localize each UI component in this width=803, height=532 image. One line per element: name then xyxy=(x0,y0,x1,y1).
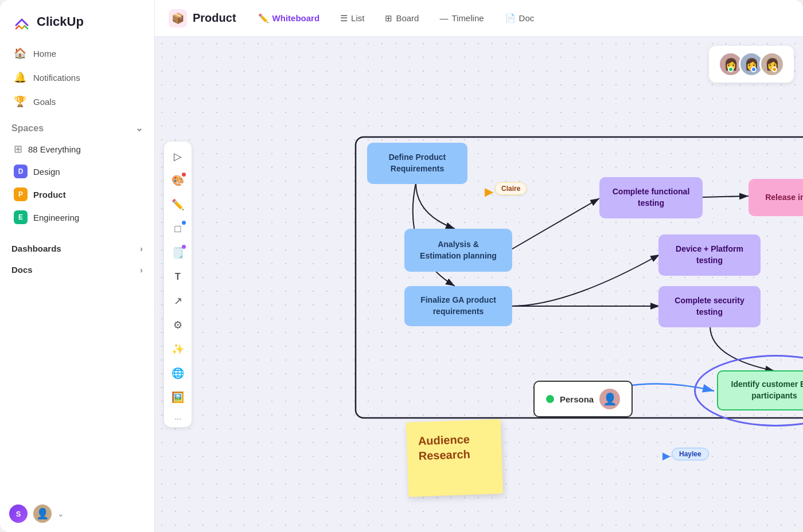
design-label: Design xyxy=(33,167,60,177)
list-tab-icon: ☰ xyxy=(340,13,348,24)
tab-timeline[interactable]: — Timeline xyxy=(431,10,492,26)
collab-indicator-2 xyxy=(751,66,757,72)
tab-list[interactable]: ☰ List xyxy=(332,10,372,27)
shape-icon: □ xyxy=(175,223,181,235)
node-release-internal[interactable]: Release internal Beta xyxy=(749,179,803,216)
claire-cursor: ▶ Claire xyxy=(485,185,493,198)
tool-cursor[interactable]: ▷ xyxy=(167,146,188,167)
bell-icon: 🔔 xyxy=(14,71,26,84)
tool-globe[interactable]: 🌐 xyxy=(167,363,188,384)
sidebar-item-notifications[interactable]: 🔔 Notifications xyxy=(7,65,147,89)
pencil-icon: ✏️ xyxy=(171,198,184,211)
text-icon: T xyxy=(175,272,181,282)
sidebar-nav: 🏠 Home 🔔 Notifications 🏆 Goals xyxy=(0,41,154,114)
board-tab-label: Board xyxy=(396,13,419,23)
node-finalize[interactable]: Finalize GA productrequirements xyxy=(404,286,512,326)
whiteboard-canvas[interactable]: ▷ 🎨 ✏️ □ 🗒️ T ↗ ⚙ ✨ 🌐 🖼️ ... xyxy=(155,37,803,532)
sidebar-item-design[interactable]: D Design xyxy=(2,160,152,183)
dashboards-chevron: › xyxy=(140,244,143,253)
sidebar-item-goals[interactable]: 🏆 Goals xyxy=(7,89,147,114)
node-analysis[interactable]: Analysis &Estimation planning xyxy=(404,229,512,272)
persona-dot xyxy=(546,395,554,403)
tool-pencil[interactable]: ✏️ xyxy=(167,194,188,215)
tool-image[interactable]: 🖼️ xyxy=(167,387,188,408)
whiteboard-tab-label: Whiteboard xyxy=(272,13,320,23)
design-avatar: D xyxy=(14,165,28,178)
product-label: Product xyxy=(33,190,66,200)
image-icon: 🖼️ xyxy=(171,391,184,404)
home-icon: 🏠 xyxy=(14,47,26,60)
doc-tab-label: Doc xyxy=(519,13,535,23)
tool-text[interactable]: T xyxy=(167,267,188,287)
node-functional[interactable]: Complete functionaltesting xyxy=(599,177,703,218)
spaces-chevron[interactable]: ⌄ xyxy=(135,123,143,134)
docs-label: Docs xyxy=(11,265,33,275)
collab-indicator-3 xyxy=(771,66,777,72)
node-identify[interactable]: Identify customer Betaparticipants xyxy=(717,370,803,410)
home-label: Home xyxy=(33,49,56,58)
sidebar-item-home[interactable]: 🏠 Home xyxy=(7,41,147,65)
user-avatar-photo: 👤 xyxy=(33,504,52,523)
collab-indicator-1 xyxy=(728,66,734,72)
sticky-note[interactable]: AudienceResearch xyxy=(406,419,503,497)
collaborators-panel: 👩 👩 👩 xyxy=(709,46,794,83)
doc-tab-icon: 📄 xyxy=(505,13,516,24)
engineering-label: Engineering xyxy=(33,213,79,222)
sidebar-item-product[interactable]: P Product xyxy=(2,183,152,206)
toolbar-left: ▷ 🎨 ✏️ □ 🗒️ T ↗ ⚙ ✨ 🌐 🖼️ ... xyxy=(164,142,192,427)
list-tab-label: List xyxy=(351,13,364,23)
tool-connect[interactable]: ⚙ xyxy=(167,315,188,335)
sidebar: ClickUp 🏠 Home 🔔 Notifications 🏆 Goals S… xyxy=(0,0,155,532)
arrow-icon: ↗ xyxy=(174,295,182,307)
haylee-label: Haylee xyxy=(672,448,709,460)
project-icon: 📦 xyxy=(169,9,187,28)
haylee-cursor: ▶ Haylee xyxy=(662,449,671,462)
user-avatar-s[interactable]: S xyxy=(9,504,28,523)
claire-label: Claire xyxy=(495,182,527,195)
tab-board[interactable]: ⊞ Board xyxy=(377,10,427,27)
tool-paint[interactable]: 🎨 xyxy=(167,170,188,191)
tool-note[interactable]: 🗒️ xyxy=(167,242,188,263)
everything-label: 88 Everything xyxy=(28,144,81,154)
project-info: 📦 Product xyxy=(169,9,236,28)
dashboards-label: Dashboards xyxy=(11,244,61,253)
tool-arrow[interactable]: ↗ xyxy=(167,291,188,311)
timeline-tab-label: Timeline xyxy=(451,13,484,23)
dashboards-item[interactable]: Dashboards › xyxy=(0,238,154,259)
sparkle-icon: ✨ xyxy=(171,343,184,355)
collab-avatar-3: 👩 xyxy=(759,52,785,77)
toolbar-more[interactable]: ... xyxy=(167,411,188,423)
goals-icon: 🏆 xyxy=(14,95,26,108)
sidebar-item-everything[interactable]: ⊞ 88 Everything xyxy=(2,138,152,160)
tool-shape[interactable]: □ xyxy=(167,218,188,239)
paint-dot xyxy=(182,173,186,177)
app-name: ClickUp xyxy=(37,14,84,29)
node-define[interactable]: Define ProductRequirements xyxy=(367,143,467,184)
persona-card[interactable]: Persona 👤 xyxy=(533,381,633,417)
spaces-section: Spaces ⌄ xyxy=(0,114,154,138)
cursor-icon: ▷ xyxy=(174,150,182,163)
tab-doc[interactable]: 📄 Doc xyxy=(497,10,543,27)
main-content: 📦 Product ✏️ Whiteboard ☰ List ⊞ Board —… xyxy=(155,0,803,532)
docs-item[interactable]: Docs › xyxy=(0,259,154,280)
sidebar-item-engineering[interactable]: E Engineering xyxy=(2,206,152,229)
timeline-tab-icon: — xyxy=(439,13,448,23)
collaborator-3: 👩 xyxy=(764,52,785,77)
logo[interactable]: ClickUp xyxy=(0,0,154,41)
persona-label: Persona xyxy=(560,394,594,404)
header: 📦 Product ✏️ Whiteboard ☰ List ⊞ Board —… xyxy=(155,0,803,37)
docs-chevron: › xyxy=(140,265,143,275)
goals-label: Goals xyxy=(33,97,56,107)
notifications-label: Notifications xyxy=(33,73,80,83)
tool-sparkle[interactable]: ✨ xyxy=(167,339,188,359)
user-menu-chevron[interactable]: ⌄ xyxy=(57,509,64,518)
node-device[interactable]: Device + Platformtesting xyxy=(658,234,761,276)
shape-dot xyxy=(182,221,186,225)
persona-avatar: 👤 xyxy=(599,389,620,409)
tab-whiteboard[interactable]: ✏️ Whiteboard xyxy=(250,10,328,27)
note-dot xyxy=(182,245,186,249)
connect-icon: ⚙ xyxy=(173,319,182,331)
globe-icon: 🌐 xyxy=(171,367,184,380)
project-name: Product xyxy=(193,11,236,25)
node-security[interactable]: Complete securitytesting xyxy=(658,286,761,327)
